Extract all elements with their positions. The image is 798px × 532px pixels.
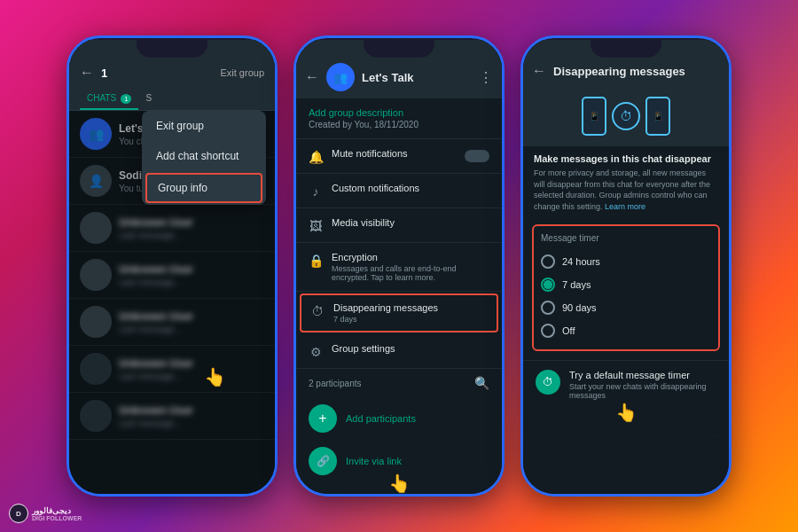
default-timer-sublabel: Start your new chats with disappearing m… (569, 382, 716, 400)
timer-icon: ⏱ (310, 304, 325, 318)
add-participant-icon: + (309, 404, 337, 433)
encryption-sublabel: Messages and calls are end-to-end encryp… (332, 264, 489, 282)
invite-icon: 🔗 (309, 447, 337, 475)
settings-custom-notifications[interactable]: ♪ Custom notifications (296, 174, 502, 208)
disappearing-label: Disappearing messages (333, 302, 488, 313)
encryption-label: Encryption (332, 252, 489, 262)
radio-90days[interactable]: 90 days (541, 296, 711, 319)
learn-more-link[interactable]: Learn more (605, 202, 645, 211)
radio-label-24h: 24 hours (562, 256, 600, 267)
tabs-row: CHATS 1 S (69, 88, 275, 111)
header-title-1: 1 (101, 66, 107, 80)
back-arrow-3[interactable]: ← (532, 63, 546, 79)
phone-mini-right: 📱 (645, 97, 670, 136)
menu-item-add-shortcut[interactable]: Add chat shortcut (142, 141, 266, 171)
settings-disappearing[interactable]: ⏱ Disappearing messages 7 days (300, 293, 498, 332)
settings-media[interactable]: 🖼 Media visibility (296, 208, 502, 243)
group-settings-label: Group settings (332, 343, 489, 354)
chat-list: 👥 Let's Talk You changed the su... 👤 Sod… (69, 111, 275, 494)
settings-text-disappearing: Disappearing messages 7 days (333, 302, 488, 324)
radio-off[interactable]: Off (541, 319, 711, 342)
mute-toggle[interactable] (465, 150, 489, 162)
radio-circle-24h (541, 254, 555, 269)
custom-notif-label: Custom notifications (332, 183, 489, 193)
lock-icon: 🔒 (309, 254, 323, 268)
tab-chats[interactable]: CHATS 1 (80, 88, 138, 110)
search-participants-icon[interactable]: 🔍 (474, 376, 489, 390)
gear-icon: ⚙ (309, 345, 323, 359)
disappearing-title: Disappearing messages (553, 65, 720, 78)
logo-text: دیجی‌فالوور DIGI FOLLOWER (32, 506, 82, 521)
radio-label-off: Off (562, 325, 575, 336)
timer-title: Message timer (541, 233, 711, 243)
screen-3: ← Disappearing messages 📱 ⏱ 📱 Make messa… (523, 40, 729, 494)
radio-24h[interactable]: 24 hours (541, 250, 711, 273)
settings-encryption[interactable]: 🔒 Encryption Messages and calls are end-… (296, 243, 502, 292)
logo-icon: D (9, 504, 28, 523)
back-arrow-1[interactable]: ← (80, 65, 94, 81)
invite-row[interactable]: 🔗 Invite via link (296, 440, 502, 482)
menu-item-group-info[interactable]: Group info (145, 173, 262, 203)
disappear-illustration: 📱 ⏱ 📱 (523, 86, 729, 146)
media-label: Media visibility (332, 217, 489, 228)
group-name-label: Let's Talk (362, 71, 472, 84)
add-participant-row[interactable]: + Add participants (296, 397, 502, 440)
disappear-desc-title: Make messages in this chat disappear (534, 153, 718, 164)
participants-count: 2 participants (309, 379, 361, 388)
notch-2 (364, 38, 434, 58)
phones-illustration: 📱 ⏱ 📱 (582, 97, 670, 136)
settings-list: 🔔 Mute notifications ♪ Custom notificati… (296, 139, 502, 494)
back-arrow-2[interactable]: ← (305, 69, 319, 85)
tab-s[interactable]: S (138, 88, 159, 110)
settings-group[interactable]: ⚙ Group settings (296, 334, 502, 369)
radio-7days[interactable]: 7 days (541, 273, 711, 296)
group-created: Created by You, 18/11/2020 (309, 120, 489, 129)
disappear-info: Make messages in this chat disappear For… (523, 146, 729, 219)
settings-text-mute: Mute notifications (332, 148, 456, 159)
settings-text-custom: Custom notifications (332, 183, 489, 193)
radio-circle-90days (541, 301, 555, 315)
music-icon: ♪ (309, 184, 323, 199)
mute-label: Mute notifications (332, 148, 456, 159)
group-avatar: 👥 (326, 63, 355, 91)
phone-mini-left: 📱 (582, 97, 606, 136)
participants-header: 2 participants 🔍 (296, 369, 502, 397)
default-timer-text: Try a default message timer Start your n… (569, 370, 716, 400)
phone-1: ← 1 Exit group CHATS 1 S 👥 Let's Talk Yo… (66, 35, 278, 497)
dots-pattern: ··············· (709, 432, 722, 467)
settings-text-group: Group settings (332, 343, 489, 354)
settings-text-media: Media visibility (332, 217, 489, 228)
screen-1: ← 1 Exit group CHATS 1 S 👥 Let's Talk Yo… (69, 40, 275, 494)
timer-section: Message timer 24 hours 7 days 90 days Of… (532, 224, 720, 351)
settings-text-encryption: Encryption Messages and calls are end-to… (332, 252, 489, 282)
add-desc-text[interactable]: Add group description (309, 107, 489, 118)
logo-english: DIGI FOLLOWER (32, 515, 82, 521)
phone-2: ← 👥 Let's Talk ⋮ Add group description C… (293, 35, 505, 497)
radio-circle-7days (541, 278, 555, 292)
disappearing-sublabel: 7 days (333, 315, 488, 324)
bell-icon: 🔔 (309, 150, 323, 164)
cursor-hand-3: 👆 (615, 402, 638, 423)
radio-label-90days: 90 days (562, 302, 597, 313)
default-timer-icon: ⏱ (536, 370, 560, 395)
logo-persian: دیجی‌فالوور (32, 506, 82, 515)
group-description: Add group description Created by You, 18… (296, 98, 502, 139)
settings-mute[interactable]: 🔔 Mute notifications (296, 139, 502, 174)
radio-circle-off (541, 324, 555, 338)
add-participant-label: Add participants (346, 413, 416, 424)
default-timer-label: Try a default message timer (569, 370, 716, 380)
notch-1 (137, 38, 207, 58)
menu-dots-icon[interactable]: ⋮ (479, 69, 493, 86)
screen-2: ← 👥 Let's Talk ⋮ Add group description C… (296, 40, 502, 494)
phone-3: ← Disappearing messages 📱 ⏱ 📱 Make messa… (520, 35, 732, 497)
disappear-desc-body: For more privacy and storage, all new me… (534, 168, 718, 212)
dropdown-menu: Exit group Add chat shortcut Group info (142, 111, 266, 205)
logo: D دیجی‌فالوور DIGI FOLLOWER (9, 504, 82, 523)
notch-3 (591, 38, 661, 58)
exit-group-label[interactable]: Exit group (220, 67, 264, 78)
chats-badge: 1 (121, 94, 131, 104)
clock-illustration-icon: ⏱ (612, 102, 640, 130)
media-icon: 🖼 (309, 219, 323, 233)
cursor-hand-3-container: 👆 (523, 402, 729, 423)
menu-item-exit-group[interactable]: Exit group (142, 111, 266, 141)
